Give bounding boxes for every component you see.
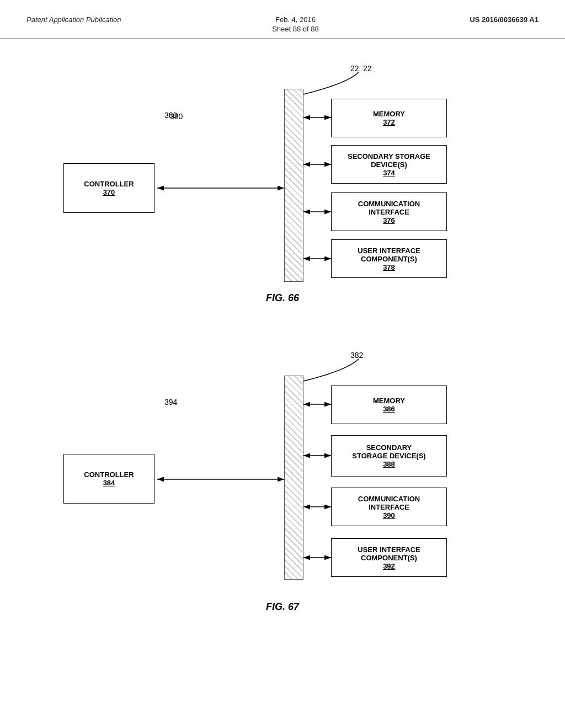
fig66-controller-box: CONTROLLER 370: [63, 163, 154, 213]
ref-22: 22: [350, 64, 359, 73]
header-left: Patent Application Publication: [26, 15, 121, 24]
main-content: 22 380 22 380 CONTROLLE: [0, 39, 565, 618]
diagram-fig67: 382 394 CONTROLLER 384 MEMORY 386 SECOND…: [33, 342, 532, 602]
fig67-comm-box: COMMUNICATION INTERFACE 390: [331, 488, 447, 526]
svg-text:22: 22: [363, 64, 372, 73]
page-header: Patent Application Publication Feb. 4, 2…: [0, 0, 565, 39]
ref-394: 394: [164, 398, 177, 406]
date-label: Feb. 4, 2016: [275, 15, 316, 24]
fig67-label: FIG. 67: [33, 601, 532, 613]
ref-382: 382: [350, 351, 363, 360]
publication-label: Patent Application Publication: [26, 15, 121, 24]
fig66-secondary-box: SECONDARY STORAGE DEVICE(S) 374: [331, 145, 447, 184]
diagram-fig66: 22 380 22 380 CONTROLLE: [33, 56, 532, 298]
fig66-bus-bar: [284, 89, 303, 282]
fig67-secondary-box: SECONDARY STORAGE DEVICE(S) 388: [331, 435, 447, 477]
fig66-comm-box: COMMUNICATION INTERFACE 376: [331, 192, 447, 231]
header-center: Feb. 4, 2016 Sheet 88 of 88: [272, 15, 319, 33]
fig66-label: FIG. 66: [33, 292, 532, 304]
header-right: US 2016/0036639 A1: [470, 15, 539, 24]
fig66-user-box: USER INTERFACE COMPONENT(S) 378: [331, 239, 447, 278]
fig67-controller-ref: 384: [103, 479, 115, 487]
ref-380: 380: [164, 111, 177, 120]
sheet-label: Sheet 88 of 88: [272, 25, 319, 33]
controller-label: CONTROLLER: [84, 180, 134, 188]
fig67-controller-label: CONTROLLER: [84, 470, 134, 479]
patent-label: US 2016/0036639 A1: [470, 15, 539, 24]
fig66-memory-box: MEMORY 372: [331, 99, 447, 137]
fig67-bus-bar: [284, 376, 303, 580]
controller-ref: 370: [103, 188, 115, 196]
fig67-user-box: USER INTERFACE COMPONENT(S) 392: [331, 538, 447, 577]
fig67-memory-box: MEMORY 386: [331, 386, 447, 424]
fig67-controller-box: CONTROLLER 384: [63, 454, 154, 504]
